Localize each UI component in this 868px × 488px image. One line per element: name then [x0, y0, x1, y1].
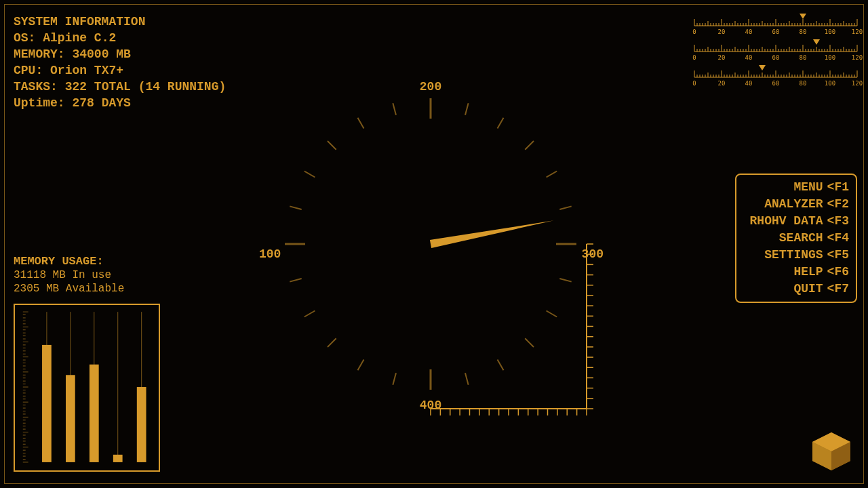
- memory-bars-chart: [14, 304, 160, 472]
- gauge-label-bottom: 400: [420, 399, 441, 412]
- cube-icon: [808, 428, 854, 474]
- bar: [137, 387, 146, 462]
- menu-item-help[interactable]: HELP<F6: [750, 264, 849, 281]
- ruler-tick-label: 120: [852, 54, 863, 61]
- svg-line-59: [525, 141, 534, 150]
- menu-item-key: <F6: [827, 265, 849, 279]
- ruler-tick-label: 100: [825, 80, 835, 87]
- svg-line-70: [358, 360, 364, 371]
- bar: [113, 455, 123, 462]
- menu-item-label: RHOHV DATA: [750, 214, 823, 228]
- ruler-tick-label: 60: [772, 28, 780, 35]
- menu-item-quit[interactable]: QUIT<F7: [750, 281, 849, 298]
- svg-line-66: [498, 360, 504, 371]
- sysinfo-memory: MEMORY: 34000 MB: [14, 46, 226, 62]
- sysinfo-tasks-value: 322 TOTAL (14 RUNNING): [65, 80, 226, 94]
- menu-item-search[interactable]: SEARCH<F4: [750, 230, 849, 247]
- svg-line-61: [559, 206, 571, 209]
- menu-item-label: SEARCH: [779, 231, 823, 245]
- menu-item-key: <F1: [827, 180, 849, 194]
- sysinfo-tasks: TASKS: 322 TOTAL (14 RUNNING): [14, 79, 226, 95]
- gauge-label-top: 200: [420, 80, 441, 94]
- menu-item-menu[interactable]: MENU<F1: [750, 179, 849, 196]
- bar: [66, 375, 75, 462]
- ruler-tick-label: 20: [718, 80, 726, 87]
- sysinfo-memory-value: 34000 MB: [72, 47, 130, 61]
- sysinfo-os: OS: Alpine C.2: [14, 30, 226, 46]
- svg-line-77: [328, 141, 336, 150]
- svg-line-65: [525, 338, 534, 347]
- ruler-tick-label: 120: [852, 80, 863, 87]
- svg-line-78: [358, 118, 364, 129]
- svg-line-64: [547, 311, 557, 317]
- sysinfo-uptime-label: Uptime:: [14, 96, 65, 110]
- bar: [90, 365, 99, 462]
- ruler-marker: [759, 65, 766, 70]
- menu-item-key: <F2: [827, 197, 849, 211]
- svg-line-72: [304, 311, 315, 317]
- svg-line-79: [393, 103, 396, 115]
- menu-item-label: HELP: [793, 265, 823, 279]
- ruler-tick-label: 40: [745, 54, 753, 61]
- svg-line-73: [290, 279, 301, 282]
- menu-item-label: QUIT: [793, 282, 823, 296]
- ruler-tick-label: 40: [745, 28, 753, 35]
- svg-line-75: [290, 206, 301, 209]
- memory-usage-panel: MEMORY USAGE: 31118 MB In use 2305 MB Av…: [14, 255, 124, 296]
- sysinfo-tasks-label: TASKS:: [14, 80, 58, 94]
- horizontal-rulers: 0204060801001200204060801001200204060801…: [694, 14, 857, 95]
- sysinfo-uptime: Uptime: 278 DAYS: [14, 95, 226, 111]
- svg-line-69: [393, 373, 396, 384]
- ruler-marker: [813, 39, 820, 45]
- ruler-tick-label: 80: [800, 54, 807, 61]
- svg-line-57: [465, 103, 469, 115]
- menu-item-key: <F5: [827, 248, 849, 262]
- ruler-tick-label: 80: [800, 28, 807, 35]
- memory-in-use: 31118 MB In use: [14, 268, 124, 282]
- gauge-needle: [430, 220, 554, 248]
- svg-line-67: [465, 373, 469, 384]
- svg-line-60: [547, 171, 557, 178]
- ruler-tick-label: 0: [692, 28, 696, 35]
- menu-item-settings[interactable]: SETTINGS<F5: [750, 247, 849, 264]
- ruler-tick-label: 0: [692, 54, 696, 61]
- sysinfo-cpu-label: CPU:: [14, 64, 43, 77]
- ruler-tick-label: 20: [718, 54, 726, 61]
- menu-item-label: SETTINGS: [764, 248, 823, 262]
- menu-item-key: <F4: [827, 231, 849, 245]
- sysinfo-memory-label: MEMORY:: [14, 47, 65, 61]
- ruler-tick-label: 60: [772, 80, 780, 87]
- ruler-tick-label: 120: [852, 28, 863, 35]
- menu-item-label: MENU: [793, 180, 823, 194]
- ruler-tick-label: 60: [772, 54, 780, 61]
- gauge-label-left: 100: [259, 247, 281, 261]
- svg-line-71: [328, 338, 336, 347]
- menu-item-key: <F7: [827, 282, 849, 296]
- sysinfo-os-label: OS:: [14, 31, 35, 45]
- menu-item-key: <F3: [827, 214, 849, 228]
- memory-available: 2305 MB Available: [14, 282, 124, 296]
- menu-item-analyzer[interactable]: ANALYZER<F2: [750, 196, 849, 213]
- ruler-tick-label: 100: [825, 28, 835, 35]
- ruler-tick-label: 80: [800, 80, 807, 87]
- system-information-panel: SYSTEM INFORMATION OS: Alpine C.2 MEMORY…: [14, 14, 226, 111]
- sysinfo-cpu: CPU: Orion TX7+: [14, 62, 226, 79]
- ruler-tick-label: 40: [745, 80, 753, 87]
- svg-line-63: [559, 279, 571, 282]
- memory-usage-header: MEMORY USAGE:: [14, 255, 124, 268]
- sysinfo-title: SYSTEM INFORMATION: [14, 14, 226, 30]
- sysinfo-os-value: Alpine C.2: [43, 31, 116, 45]
- bar: [42, 345, 52, 462]
- svg-line-76: [304, 171, 315, 178]
- sysinfo-cpu-value: Orion TX7+: [50, 64, 123, 77]
- ruler-marker: [800, 14, 806, 19]
- main-gauge: 200 100 300 400: [251, 75, 610, 434]
- menu-item-rhohv-data[interactable]: RHOHV DATA<F3: [750, 213, 849, 230]
- svg-line-58: [498, 118, 504, 129]
- menu-item-label: ANALYZER: [764, 197, 823, 211]
- sysinfo-uptime-value: 278 DAYS: [72, 96, 130, 110]
- ruler-tick-label: 20: [718, 28, 726, 35]
- ruler-tick-label: 0: [692, 80, 696, 87]
- function-key-menu: MENU<F1ANALYZER<F2RHOHV DATA<F3SEARCH<F4…: [735, 174, 857, 303]
- gauge-label-right: 300: [582, 247, 604, 261]
